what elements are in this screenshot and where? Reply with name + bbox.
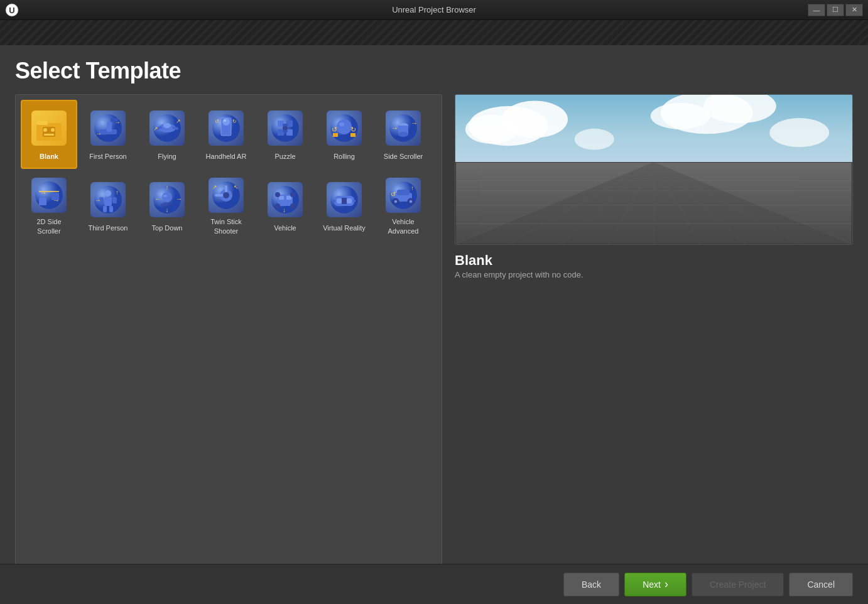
template-label-vehicle: Vehicle: [274, 224, 296, 232]
flying-icon: ↗ ↗: [149, 111, 185, 146]
third-person-icon: → ↑: [90, 182, 126, 217]
minimize-button[interactable]: —: [808, 4, 825, 16]
vehicle-advanced-icon: ↺ ↑: [386, 178, 421, 213]
svg-rect-30: [278, 129, 284, 136]
side-scroller-icon: → →: [386, 111, 421, 146]
svg-text:→: →: [391, 124, 398, 132]
svg-rect-96: [397, 190, 410, 195]
template-icon-third-person: → ↑: [88, 180, 128, 220]
svg-text:↻: ↻: [232, 119, 237, 124]
svg-rect-56: [104, 197, 112, 206]
svg-point-110: [575, 129, 614, 150]
template-icon-rolling: ↺ ↻: [324, 108, 364, 148]
close-button[interactable]: ✕: [845, 4, 863, 16]
svg-point-36: [337, 119, 352, 134]
template-item-2d-side-scroller[interactable]: → → 2D Side Scroller: [21, 171, 77, 240]
template-item-vehicle-advanced[interactable]: ↺ ↑ Vehicle Advanced: [375, 171, 431, 240]
bottom-bar: Back Next › Create Project Cancel: [0, 564, 868, 604]
template-icon-vehicle-advanced: ↺ ↑: [383, 176, 423, 213]
twin-stick-shooter-icon: ↗ ↖: [209, 178, 244, 213]
svg-text:↑: ↑: [411, 185, 414, 191]
template-label-top-down: Top Down: [152, 224, 183, 232]
template-item-virtual-reality[interactable]: Virtual Reality: [316, 171, 372, 240]
template-label-rolling: Rolling: [334, 152, 355, 161]
svg-rect-91: [342, 198, 347, 204]
template-item-blank[interactable]: Blank: [21, 100, 77, 169]
title-bar-left: U: [5, 3, 19, 17]
svg-text:↓: ↓: [283, 207, 286, 213]
svg-text:↖: ↖: [234, 184, 239, 190]
svg-text:U: U: [9, 5, 14, 14]
svg-point-24: [224, 119, 226, 122]
svg-text:→: →: [40, 189, 47, 197]
template-item-handheld-ar[interactable]: ↺ ↻ Handheld AR: [198, 100, 254, 169]
svg-point-108: [651, 103, 710, 129]
svg-point-5: [43, 128, 47, 132]
svg-rect-58: [112, 197, 117, 203]
svg-text:↗: ↗: [153, 126, 158, 132]
svg-point-99: [394, 200, 397, 203]
template-icon-puzzle: [265, 108, 305, 148]
preview-info: Blank A clean empty project with no code…: [455, 252, 853, 281]
svg-point-100: [410, 200, 412, 203]
template-item-third-person[interactable]: → ↑ Third Person: [80, 171, 136, 240]
svg-rect-33: [283, 124, 288, 126]
svg-point-84: [275, 203, 280, 208]
create-project-button[interactable]: Create Project: [692, 573, 784, 596]
svg-rect-34: [283, 130, 288, 132]
template-icon-twin-stick-shooter: ↗ ↖: [206, 176, 246, 213]
svg-point-66: [163, 195, 167, 197]
template-icon-blank: [29, 108, 69, 148]
svg-text:→: →: [95, 197, 101, 203]
template-item-rolling[interactable]: ↺ ↻ Rolling: [316, 100, 372, 169]
template-icon-2d-side-scroller: → →: [29, 176, 69, 213]
template-label-virtual-reality: Virtual Reality: [323, 224, 366, 232]
template-label-third-person: Third Person: [89, 224, 128, 232]
svg-text:↺: ↺: [391, 191, 396, 198]
svg-rect-80: [279, 196, 284, 200]
preview-panel: Blank A clean empty project with no code…: [455, 94, 853, 589]
svg-rect-89: [337, 198, 342, 203]
template-icon-first-person: → →: [88, 108, 128, 148]
template-item-top-down[interactable]: ↑ → ↓ ← Top Down: [139, 171, 195, 240]
svg-text:←: ←: [155, 195, 161, 202]
svg-text:→: →: [53, 197, 60, 204]
top-down-icon: ↑ → ↓ ←: [149, 182, 185, 217]
template-item-vehicle[interactable]: ↓ Vehicle: [257, 171, 313, 240]
svg-text:↑: ↑: [166, 184, 169, 191]
template-item-puzzle[interactable]: Puzzle: [257, 100, 313, 169]
blank-icon: [31, 111, 67, 146]
main-content: Select Template: [0, 45, 868, 589]
svg-rect-31: [286, 129, 293, 136]
ue-logo: U: [5, 3, 19, 17]
svg-point-37: [339, 122, 344, 126]
svg-rect-93: [353, 200, 355, 202]
window-title: Unreal Project Browser: [392, 5, 476, 14]
svg-point-23: [222, 118, 230, 126]
template-item-side-scroller[interactable]: → → Side Scroller: [375, 100, 431, 169]
svg-rect-29: [286, 121, 293, 127]
template-label-vehicle-advanced: Vehicle Advanced: [379, 217, 428, 235]
cancel-button[interactable]: Cancel: [789, 573, 853, 596]
maximize-button[interactable]: ☐: [827, 4, 844, 16]
back-button[interactable]: Back: [563, 573, 619, 596]
window-controls: — ☐ ✕: [808, 4, 863, 16]
template-label-twin-stick-shooter: Twin Stick Shooter: [202, 217, 251, 235]
template-item-first-person[interactable]: → → First Person: [80, 100, 136, 169]
next-button[interactable]: Next ›: [624, 573, 686, 596]
svg-point-45: [398, 132, 408, 137]
vehicle-icon: ↓: [268, 182, 303, 217]
virtual-reality-icon: [327, 182, 362, 217]
svg-text:→: →: [176, 195, 182, 202]
template-grid-container: Blank: [15, 94, 442, 589]
svg-point-82: [275, 192, 280, 197]
template-label-first-person: First Person: [89, 152, 126, 161]
svg-rect-60: [109, 206, 113, 212]
preview-title: Blank: [455, 252, 853, 269]
template-icon-vehicle: ↓: [265, 180, 305, 220]
svg-rect-10: [107, 122, 112, 132]
template-item-twin-stick-shooter[interactable]: ↗ ↖ Twin Stick Shooter: [198, 171, 254, 240]
svg-text:→: →: [95, 130, 102, 137]
handheld-ar-icon: ↺ ↻: [209, 111, 244, 146]
template-item-flying[interactable]: ↗ ↗ Flying: [139, 100, 195, 169]
